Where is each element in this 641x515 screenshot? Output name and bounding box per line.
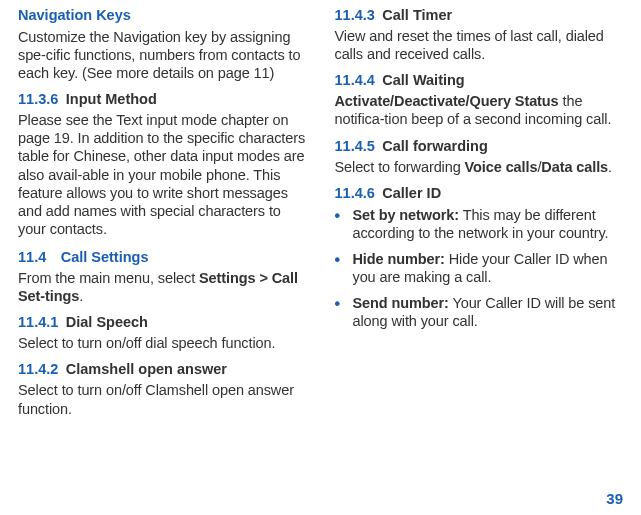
secnum: 11.4.4: [335, 72, 375, 88]
seclabel: Call Waiting: [382, 72, 464, 88]
bold-text: Activate/Deactivate/Query Status: [335, 93, 559, 109]
heading-call-waiting: 11.4.4 Call Waiting: [335, 71, 624, 89]
seclabel: Call forwarding: [382, 138, 488, 154]
seclabel: Dial Speech: [66, 314, 148, 330]
list-item: Send number: Your Caller ID will be sent…: [335, 294, 624, 330]
bold-text: Hide number:: [353, 251, 445, 267]
heading-dial-speech: 11.4.1 Dial Speech: [18, 313, 307, 331]
bold-text: Set by network:: [353, 207, 459, 223]
seclabel: Call Settings: [61, 249, 149, 265]
left-column: Navigation Keys Customize the Navigation…: [18, 6, 307, 418]
heading-call-settings: 11.4 Call Settings: [18, 248, 307, 266]
heading-call-timer: 11.4.3 Call Timer: [335, 6, 624, 24]
page-columns: Navigation Keys Customize the Navigation…: [18, 6, 623, 418]
text: .: [608, 159, 612, 175]
seclabel: Caller ID: [382, 185, 441, 201]
para-clamshell: Select to turn on/off Clamshell open ans…: [18, 381, 307, 417]
caller-id-list: Set by network: This may be different ac…: [335, 206, 624, 331]
para-input-method: Please see the Text input mode chapter o…: [18, 111, 307, 238]
para-dial-speech: Select to turn on/off dial speech functi…: [18, 334, 307, 352]
bold-text: Data calls: [541, 159, 608, 175]
list-item: Set by network: This may be different ac…: [335, 206, 624, 242]
heading-navigation-keys: Navigation Keys: [18, 6, 307, 25]
para-call-waiting: Activate/Deactivate/Query Status the not…: [335, 92, 624, 128]
text: Select to forwarding: [335, 159, 465, 175]
page-number: 39: [606, 490, 623, 507]
list-item: Hide number: Hide your Caller ID when yo…: [335, 250, 624, 286]
heading-clamshell: 11.4.2 Clamshell open answer: [18, 360, 307, 378]
secnum: 11.3.6: [18, 91, 58, 107]
seclabel: Input Method: [66, 91, 157, 107]
para-call-timer: View and reset the times of last call, d…: [335, 27, 624, 63]
bold-text: Voice calls: [465, 159, 538, 175]
text: .: [79, 288, 83, 304]
heading-caller-id: 11.4.6 Caller ID: [335, 184, 624, 202]
secnum: 11.4.3: [335, 7, 375, 23]
seclabel: Call Timer: [382, 7, 452, 23]
seclabel: Clamshell open answer: [66, 361, 227, 377]
secnum: 11.4.6: [335, 185, 375, 201]
secnum: 11.4.2: [18, 361, 58, 377]
para-call-settings: From the main menu, select Settings > Ca…: [18, 269, 307, 305]
para-call-forwarding: Select to forwarding Voice calls/Data ca…: [335, 158, 624, 176]
text: From the main menu, select: [18, 270, 199, 286]
secnum: 11.4.5: [335, 138, 375, 154]
secnum: 11.4: [18, 249, 46, 265]
heading-call-forwarding: 11.4.5 Call forwarding: [335, 137, 624, 155]
heading-input-method: 11.3.6 Input Method: [18, 90, 307, 108]
bold-text: Send number:: [353, 295, 449, 311]
para-navigation-keys: Customize the Navigation key by assignin…: [18, 28, 307, 82]
right-column: 11.4.3 Call Timer View and reset the tim…: [335, 6, 624, 418]
secnum: 11.4.1: [18, 314, 58, 330]
